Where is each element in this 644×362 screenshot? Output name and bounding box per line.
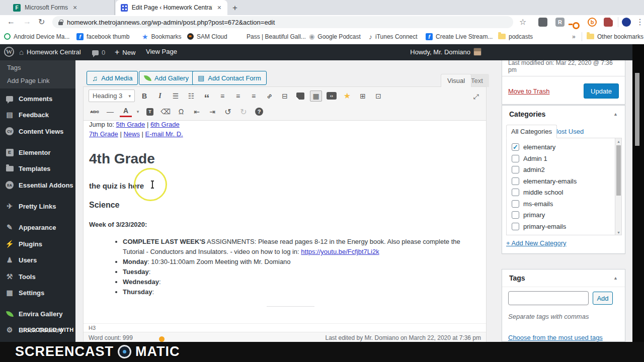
distraction-free-button[interactable]: ⤢ [470, 91, 482, 102]
outdent-button[interactable]: ⇤ [191, 106, 203, 117]
sidebar-item-essential-addons[interactable]: EAEssential Addons [0, 178, 75, 192]
text-color-button[interactable]: A [120, 106, 132, 117]
sidebar-item-tools[interactable]: ⚒Tools [0, 269, 75, 284]
scrollbar-thumb[interactable] [616, 145, 621, 196]
category-option[interactable]: admin2 [512, 166, 545, 173]
tab-all-categories[interactable]: All Categories [506, 125, 557, 138]
sidebar-item-pretty-links[interactable]: ✈Pretty Links [0, 199, 75, 213]
add-gallery-button[interactable]: Add Gallery [139, 71, 194, 85]
sidebar-item-appearance[interactable]: ✎Appearance [0, 220, 75, 234]
choose-most-used-link[interactable]: Choose from the most used tags [508, 334, 603, 341]
reload-icon[interactable]: ↻ [38, 17, 45, 27]
toolbar-toggle-button[interactable]: ▦ [310, 90, 322, 102]
profile-avatar[interactable] [622, 18, 631, 27]
sidebar-item-tags[interactable]: Tags [7, 64, 21, 71]
bookmark-android[interactable]: Android Device Ma... [4, 33, 69, 40]
category-option[interactable]: primary-emails [512, 223, 566, 230]
italic-button[interactable]: I [154, 90, 166, 102]
howdy-account[interactable]: Howdy, Mr. Domiano [410, 48, 481, 56]
bookmark-star-icon[interactable]: ☆ [519, 17, 526, 27]
redo-button[interactable]: ↻ [237, 106, 250, 117]
extension-b-icon[interactable]: b [588, 18, 597, 27]
collapse-icon[interactable]: ▲ [613, 112, 618, 117]
youtube-link[interactable]: https://youtu.be/Fcfjbt7Li2k [301, 248, 379, 255]
comments-count[interactable]: 0 [92, 49, 105, 56]
embed-button[interactable]: ⊡ [372, 90, 384, 102]
page-scrollbar-thumb[interactable] [635, 73, 639, 146]
align-right-button[interactable]: ≡ [248, 90, 260, 102]
category-option[interactable]: ms-emails [512, 200, 553, 208]
bookmarks-overflow-icon[interactable]: » [572, 33, 576, 40]
sidebar-item-envira-gallery[interactable]: Envira Gallery [0, 307, 75, 321]
back-icon[interactable]: ← [7, 17, 15, 26]
align-center-button[interactable]: ≡ [232, 90, 244, 102]
category-option[interactable]: middle school [512, 189, 564, 196]
browser-menu-icon[interactable]: ⋮ [636, 17, 644, 27]
sidebar-item-settings[interactable]: ▦Settings [0, 286, 75, 300]
sidebar-item-add-page-link[interactable]: Add Page Link [7, 77, 50, 84]
bookmark-facebook-thumb[interactable]: ffacebook thumb [76, 33, 129, 40]
sidebar-item-templates[interactable]: Templates [0, 161, 75, 175]
sidebar-item-content-views[interactable]: CVContent Views [0, 124, 75, 138]
tab-microsoft-forms[interactable]: F Microsoft Forms × [8, 0, 115, 15]
sidebar-item-feedback[interactable]: ▤Feedback [0, 108, 75, 122]
read-more-button[interactable]: ⊟ [279, 90, 291, 102]
extension-icon[interactable] [538, 18, 547, 27]
collapse-icon[interactable]: ▲ [613, 276, 618, 281]
special-character-button[interactable]: Ω [175, 106, 187, 117]
checkbox[interactable] [512, 211, 519, 219]
scroll-up-icon[interactable]: ▲ [617, 140, 620, 143]
star-shortcode-button[interactable]: ★ [341, 90, 353, 102]
link-email[interactable]: E-mail Mr. D. [145, 130, 183, 138]
wordpress-logo-icon[interactable]: W [4, 47, 14, 57]
tab-visual[interactable]: Visual [441, 74, 471, 87]
extension-r-icon[interactable]: R [555, 18, 565, 27]
blockquote-button[interactable]: “ [201, 90, 213, 102]
bookmark-google-podcast[interactable]: ◉Google Podcast [309, 33, 361, 40]
new-menu[interactable]: + New [115, 48, 135, 57]
checkbox[interactable] [512, 177, 519, 185]
bookmark-pass[interactable]: Pass | Beautiful Gall... [247, 33, 306, 40]
move-to-trash-link[interactable]: Move to Trash [508, 87, 549, 95]
checkbox-checked[interactable]: ✓ [512, 143, 519, 151]
page-break-button[interactable] [294, 90, 306, 102]
link-7th-grade[interactable]: 7th Grade [89, 130, 118, 138]
category-option[interactable]: Admin 1 [512, 155, 547, 162]
strikethrough-button[interactable]: ABC [89, 106, 101, 117]
bold-button[interactable]: B [138, 90, 150, 102]
checkbox[interactable] [512, 189, 519, 196]
bookmark-bookmarks[interactable]: ★Bookmarks [142, 33, 182, 41]
close-tab-icon[interactable]: × [216, 4, 222, 12]
align-left-button[interactable]: ≡ [216, 90, 228, 102]
add-new-category-link[interactable]: + Add New Category [506, 239, 567, 247]
bookmark-sam-cloud[interactable]: SAM Cloud [187, 33, 227, 40]
list-scrollbar[interactable]: ▲ ▼ [615, 138, 621, 235]
add-tag-button[interactable]: Add [593, 292, 613, 305]
add-contact-form-button[interactable]: ▤ Add Contact Form [192, 71, 267, 85]
paste-as-text-button[interactable]: T [144, 106, 156, 117]
shortcode-button[interactable]: ‹› [326, 90, 338, 102]
checkbox[interactable] [512, 200, 519, 208]
sidebar-item-comments[interactable]: Comments [0, 92, 75, 106]
clear-formatting-button[interactable]: ⌫ [159, 106, 172, 117]
link-news[interactable]: News [123, 130, 140, 138]
contact-form-button[interactable]: ⊞ [357, 90, 369, 102]
view-page-link[interactable]: View Page [146, 48, 177, 55]
numbered-list-button[interactable]: ☷ [185, 90, 197, 102]
indent-button[interactable]: ⇥ [206, 106, 218, 117]
new-tab-button[interactable]: + [232, 3, 237, 13]
bookmark-podcasts-folder[interactable]: podcasts [498, 33, 533, 40]
link-6th-grade[interactable]: 6th Grade [150, 121, 180, 128]
forward-icon[interactable]: → [23, 17, 31, 26]
scroll-down-icon[interactable]: ▼ [617, 231, 620, 234]
category-option[interactable]: primary [512, 211, 545, 219]
other-bookmarks[interactable]: Other bookmarks [587, 33, 643, 40]
category-option[interactable]: ✓elementary [512, 143, 555, 151]
horizontal-rule-button[interactable]: — [104, 106, 116, 117]
link-button[interactable]: ∞ [261, 87, 278, 104]
new-tag-input[interactable] [508, 291, 589, 305]
site-name-link[interactable]: ⌂ Homework Central [19, 48, 81, 56]
sidebar-item-users[interactable]: ♟Users [0, 253, 75, 267]
help-button[interactable]: ? [253, 106, 265, 117]
chevron-down-icon[interactable]: ▾ [135, 106, 140, 117]
